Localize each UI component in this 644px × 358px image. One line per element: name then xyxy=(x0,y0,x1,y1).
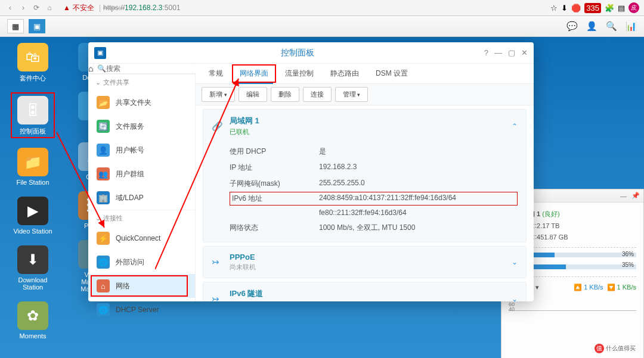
extension-badge[interactable]: 335 xyxy=(584,3,601,13)
panel-title: 局域网 1 xyxy=(230,116,259,126)
panel-header[interactable]: ↣IPv6 隧道尚未联机⌄ xyxy=(203,282,526,301)
browser-address-bar: ‹ › ⟳ ⌂ ▲ 不安全 | https://192.168.2.3:5001… xyxy=(0,0,644,16)
sidebar-item-icon: 🌐 xyxy=(97,256,110,269)
window-titlebar[interactable]: ▣ 控制面板 ? — ▢ ✕ xyxy=(88,42,534,64)
help-icon[interactable]: ? xyxy=(484,48,488,57)
sidebar: ⌂ 🔍 ⌄ 文件共享📂共享文件夹🔄文件服务👤用户帐号👥用户群组🏢域/LDAP⌄ … xyxy=(88,64,196,301)
desktop-icon[interactable]: ▶Video Station xyxy=(12,197,54,235)
sidebar-search[interactable]: 🔍 xyxy=(94,64,199,73)
row-value: 1000 Mb/s, 全双工, MTU 1500 xyxy=(319,223,415,233)
search-input[interactable] xyxy=(106,64,196,73)
watermark: 什么值得买 xyxy=(593,343,639,354)
sidebar-item-icon: 🔄 xyxy=(97,120,110,133)
tabs: 常规网络界面流量控制静态路由DSM 设置 xyxy=(196,64,534,84)
panel-header[interactable]: 🔗局域网 1已联机⌃ xyxy=(203,110,526,142)
panel-subtitle: 尚未联机 xyxy=(230,263,256,272)
toolbar-button[interactable]: 新增 xyxy=(202,87,235,102)
row-value: 2408:8459:a10:4137:211:32ff:fe94:16d3/64 xyxy=(319,194,456,204)
maximize-icon[interactable]: ▢ xyxy=(508,48,515,57)
desktop-icon[interactable]: 🎛控制面板 xyxy=(12,94,54,137)
tab[interactable]: 常规 xyxy=(200,64,231,83)
sidebar-item[interactable]: 🔄文件服务 xyxy=(88,114,195,138)
panel-subtitle: 尚未联机 xyxy=(230,300,263,301)
chevron-icon: ⌄ xyxy=(512,295,518,302)
app-icon: ▶ xyxy=(17,197,48,225)
sidebar-group[interactable]: ⌄ 文件共享 xyxy=(88,74,195,91)
tab[interactable]: 静态路由 xyxy=(322,64,367,83)
sidebar-item[interactable]: ⌂网络 xyxy=(88,274,195,298)
panel-icon: ↣ xyxy=(212,257,224,267)
toolbar-button[interactable]: 编辑 xyxy=(239,87,267,102)
widget-pin-icon[interactable]: 📌 xyxy=(631,192,640,200)
back-icon[interactable]: ‹ xyxy=(5,4,16,12)
detail-row: IPv6 地址2408:8459:a10:4137:211:32ff:fe94:… xyxy=(230,192,518,206)
row-value: 255.255.255.0 xyxy=(319,179,365,189)
taskbar-user-icon[interactable]: 👤 xyxy=(586,21,597,32)
row-key: 子网掩码(mask) xyxy=(230,179,319,189)
sidebar-item[interactable]: 🌐外部访问 xyxy=(88,250,195,274)
row-key: IP 地址 xyxy=(230,163,319,173)
desktop-icon[interactable]: ✿Moments xyxy=(12,301,54,340)
close-icon[interactable]: ✕ xyxy=(521,48,528,57)
chevron-icon: ⌃ xyxy=(512,122,518,130)
taskbar-widgets-icon[interactable]: 📊 xyxy=(626,21,637,32)
row-key: 使用 DHCP xyxy=(230,147,319,157)
sidebar-home-icon[interactable]: ⌂ xyxy=(88,64,94,73)
star-icon[interactable]: ☆ xyxy=(550,4,558,13)
browser-extensions: ☆ ⬇ 🛑 335 🧩 ▤ 皮 xyxy=(550,2,639,13)
sidebar-item[interactable]: ⚡QuickConnect xyxy=(88,226,195,250)
toolbar-button[interactable]: 删除 xyxy=(271,87,299,102)
window-title: 控制面板 xyxy=(111,48,484,58)
abp-icon[interactable]: 🛑 xyxy=(571,4,581,13)
minimize-icon[interactable]: — xyxy=(494,48,502,57)
sidebar-item[interactable]: 🏢域/LDAP xyxy=(88,186,195,210)
sidebar-group[interactable]: ⌄ 连接性 xyxy=(88,210,195,226)
sidebar-item[interactable]: 📂共享文件夹 xyxy=(88,91,195,114)
detail-row: 使用 DHCP是 xyxy=(230,144,518,160)
toolbar-button[interactable]: 管理 xyxy=(335,87,369,102)
taskbar-apps-icon[interactable]: ▦ xyxy=(7,19,24,33)
sidebar-item[interactable]: 🌐DHCP Server xyxy=(88,298,195,322)
insecure-label: 不安全 xyxy=(73,3,94,13)
sidebar-item-label: DHCP Server xyxy=(116,306,159,314)
panel-header[interactable]: ↣PPPoE尚未联机⌄ xyxy=(203,247,526,278)
desktop-icon[interactable]: 📁File Station xyxy=(12,148,54,186)
icon-label: Video Station xyxy=(13,228,52,235)
home-icon[interactable]: ⌂ xyxy=(44,4,55,12)
control-panel-window: ▣ 控制面板 ? — ▢ ✕ ⌂ 🔍 ⌄ 文件共享📂共享文件夹🔄文件服务👤用户帐… xyxy=(88,42,534,301)
sidebar-item-icon: ⌂ xyxy=(97,279,110,292)
avatar-icon[interactable]: 皮 xyxy=(628,2,639,13)
detail-row: fe80::211:32ff:fe94:16d3/64 xyxy=(230,206,518,220)
url-text[interactable]: https://192.168.2.3:5001 xyxy=(103,4,180,12)
taskbar-control-panel-icon[interactable]: ▣ xyxy=(29,19,45,33)
app-icon: 🎛 xyxy=(17,96,48,124)
taskbar-chat-icon[interactable]: 💬 xyxy=(566,21,578,32)
detail-row: IP 地址192.168.2.3 xyxy=(230,160,518,176)
forward-icon[interactable]: › xyxy=(18,4,29,12)
toolbar-button[interactable]: 连接 xyxy=(303,87,332,102)
sidebar-item-icon: 👥 xyxy=(97,167,110,180)
sidebar-item[interactable]: 👥用户群组 xyxy=(88,162,195,186)
widget-min-icon[interactable]: — xyxy=(620,192,627,200)
tab[interactable]: 网络界面 xyxy=(231,64,277,83)
tab[interactable]: 流量控制 xyxy=(277,64,322,83)
desktop-icon[interactable]: ⬇Download Station xyxy=(12,245,54,291)
taskbar-search-icon[interactable]: 🔍 xyxy=(606,21,617,32)
tab[interactable]: DSM 设置 xyxy=(367,64,416,83)
row-key: IPv6 地址 xyxy=(230,194,319,204)
reload-icon[interactable]: ⟳ xyxy=(31,4,42,12)
dsm-taskbar: ▦ ▣ 💬 👤 🔍 📊 xyxy=(0,16,644,37)
detail-row: 子网掩码(mask)255.255.255.0 xyxy=(230,176,518,192)
ext-icon[interactable]: ▤ xyxy=(618,4,625,13)
download-icon[interactable]: ⬇ xyxy=(561,4,568,13)
sidebar-item-icon: 🌐 xyxy=(97,303,110,316)
puzzle-icon[interactable]: 🧩 xyxy=(605,4,614,13)
row-key: 网络状态 xyxy=(230,223,319,233)
app-icon: ⬇ xyxy=(17,245,48,274)
sidebar-item[interactable]: 👤用户帐号 xyxy=(88,138,195,162)
sidebar-item-label: 共享文件夹 xyxy=(116,98,151,108)
icon-label: File Station xyxy=(16,179,49,186)
desktop-icon[interactable]: 🛍套件中心 xyxy=(12,43,54,83)
sidebar-item-label: 网络 xyxy=(116,281,130,291)
sidebar-item-label: 文件服务 xyxy=(116,122,144,132)
